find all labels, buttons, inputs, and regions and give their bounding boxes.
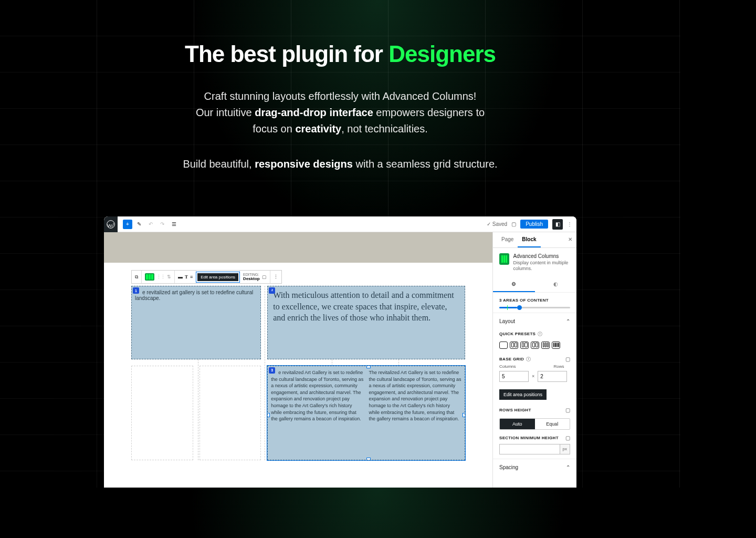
hero-subtitle: Craft stunning layouts effortlessly with… bbox=[21, 88, 659, 137]
settings-panel-toggle[interactable]: ◧ bbox=[552, 219, 563, 230]
more-options-icon[interactable]: ⋮ bbox=[567, 221, 572, 227]
desktop-icon[interactable]: ▢ bbox=[262, 274, 267, 280]
close-sidebar-icon[interactable]: ✕ bbox=[568, 232, 572, 247]
wordpress-logo-icon[interactable] bbox=[104, 216, 118, 232]
tab-page[interactable]: Page bbox=[497, 232, 518, 247]
spacing-panel-header[interactable]: Spacing⌃ bbox=[493, 459, 576, 475]
rows-field-label: Rows bbox=[554, 364, 564, 369]
hero-title-accent: Designers bbox=[388, 41, 496, 67]
text-icon[interactable]: T bbox=[185, 274, 188, 280]
min-height-input[interactable] bbox=[499, 444, 560, 454]
block-more-icon[interactable]: ⋮ bbox=[274, 274, 278, 280]
empty-cell[interactable] bbox=[131, 366, 193, 460]
redo-icon[interactable]: ↷ bbox=[158, 220, 167, 229]
section-min-height-label: SECTION MINIMUM HEIGHT ▢ bbox=[493, 433, 576, 443]
content-area-3[interactable]: 3 e revitalized Art Gallery is set to re… bbox=[267, 366, 465, 460]
undo-icon[interactable]: ↶ bbox=[146, 220, 155, 229]
preset-2col[interactable] bbox=[510, 342, 518, 349]
editor-window: + ✎ ↶ ↷ ☰ ✓ Saved ▢ Publish ◧ ⋮ ⧉ ⋮⋮ ⇅ bbox=[104, 216, 576, 488]
area-number-badge: 1 bbox=[133, 287, 139, 294]
columns-input[interactable] bbox=[499, 371, 529, 382]
justify-icon[interactable]: ≡ bbox=[190, 274, 193, 280]
base-grid-label: BASE GRIDi ▢ bbox=[493, 354, 576, 364]
layout-panel-header[interactable]: Layout⌃ bbox=[493, 313, 576, 329]
preset-2-1[interactable] bbox=[531, 342, 539, 349]
publish-button[interactable]: Publish bbox=[520, 220, 548, 229]
edit-area-positions-sidebar-button[interactable]: Edit area positions bbox=[499, 389, 547, 400]
rows-height-label: ROWS HEIGHT ▢ bbox=[493, 405, 576, 415]
preset-3col[interactable] bbox=[541, 342, 550, 349]
rows-height-toggle: Auto Equal bbox=[499, 418, 570, 430]
saved-indicator: ✓ Saved bbox=[487, 221, 507, 227]
add-block-button[interactable]: + bbox=[123, 220, 132, 229]
areas-count-label: 3 AREAS OF CONTENT bbox=[493, 293, 576, 306]
advanced-columns-icon bbox=[499, 253, 509, 265]
info-icon[interactable]: i bbox=[538, 332, 542, 336]
resize-handle[interactable] bbox=[267, 413, 270, 417]
resize-handle[interactable] bbox=[366, 366, 371, 368]
move-icon[interactable]: ⇅ bbox=[167, 274, 171, 280]
hero-title: The best plugin for Designers bbox=[21, 41, 659, 67]
preset-1-2[interactable] bbox=[520, 342, 529, 349]
device-preview-icon[interactable]: ▢ bbox=[511, 221, 516, 227]
responsive-icon[interactable]: ▢ bbox=[565, 407, 570, 413]
block-identity: Advanced Columns Display content in mult… bbox=[493, 248, 576, 277]
unit-label[interactable]: px bbox=[560, 444, 570, 454]
info-icon[interactable]: i bbox=[526, 357, 531, 361]
styles-tab-icon[interactable]: ◐ bbox=[535, 277, 577, 292]
resize-handle[interactable] bbox=[463, 413, 465, 417]
quick-presets-label: QUICK PRESETSi bbox=[493, 329, 576, 338]
block-toolbar: ⧉ ⋮⋮ ⇅ ▬ T ≡ Edit area positions bbox=[131, 270, 282, 284]
area-number-badge: 3 bbox=[269, 367, 275, 374]
align-icon[interactable]: ▬ bbox=[178, 274, 183, 280]
content-area-2[interactable]: 2 With meticulous attention to detail an… bbox=[267, 286, 465, 359]
chevron-up-icon: ⌃ bbox=[566, 464, 570, 470]
preset-4col[interactable] bbox=[552, 342, 560, 349]
hero-title-prefix: The best plugin for bbox=[185, 41, 388, 67]
rows-height-auto[interactable]: Auto bbox=[500, 419, 535, 429]
columns-field-label: Columns bbox=[499, 364, 516, 369]
chevron-up-icon: ⌃ bbox=[566, 318, 570, 324]
tab-block[interactable]: Block bbox=[518, 232, 540, 247]
hero-subtitle-2: Build beautiful, responsive designs with… bbox=[21, 158, 659, 170]
responsive-icon[interactable]: ▢ bbox=[565, 356, 570, 362]
list-view-icon[interactable]: ☰ bbox=[169, 220, 178, 229]
content-area-1[interactable]: 1 e revitalized art gallery is set to re… bbox=[131, 286, 261, 359]
empty-cell[interactable] bbox=[200, 366, 261, 460]
area-number-badge: 2 bbox=[269, 287, 275, 294]
responsive-icon[interactable]: ▢ bbox=[565, 435, 570, 441]
drag-handle-icon[interactable]: ⋮⋮ bbox=[156, 274, 165, 280]
resize-handle[interactable] bbox=[366, 458, 371, 460]
parent-select-icon[interactable]: ⧉ bbox=[135, 274, 138, 280]
block-name-label: Advanced Columns bbox=[513, 253, 570, 259]
columns-block-icon[interactable] bbox=[145, 273, 154, 281]
quick-presets-list bbox=[493, 338, 576, 354]
edit-area-positions-button[interactable]: Edit area positions bbox=[197, 273, 238, 281]
editor-topbar: + ✎ ↶ ↷ ☰ ✓ Saved ▢ Publish ◧ ⋮ bbox=[104, 216, 576, 232]
rows-input[interactable] bbox=[538, 371, 567, 382]
settings-sidebar: Page Block ✕ Advanced Columns Display co… bbox=[492, 232, 576, 488]
edit-mode-icon[interactable]: ✎ bbox=[134, 220, 144, 229]
editor-canvas[interactable]: ⧉ ⋮⋮ ⇅ ▬ T ≡ Edit area positions bbox=[104, 232, 492, 488]
block-description: Display content in multiple columns. bbox=[513, 260, 570, 272]
columns-grid[interactable]: 1 e revitalized art gallery is set to re… bbox=[131, 286, 465, 460]
editing-breakpoint-label: EDITING:Desktop bbox=[243, 273, 260, 281]
areas-count-slider[interactable] bbox=[499, 307, 570, 308]
rows-height-equal[interactable]: Equal bbox=[535, 419, 570, 429]
preset-1col[interactable] bbox=[499, 342, 508, 349]
settings-tab-icon[interactable]: ⚙ bbox=[493, 277, 535, 292]
